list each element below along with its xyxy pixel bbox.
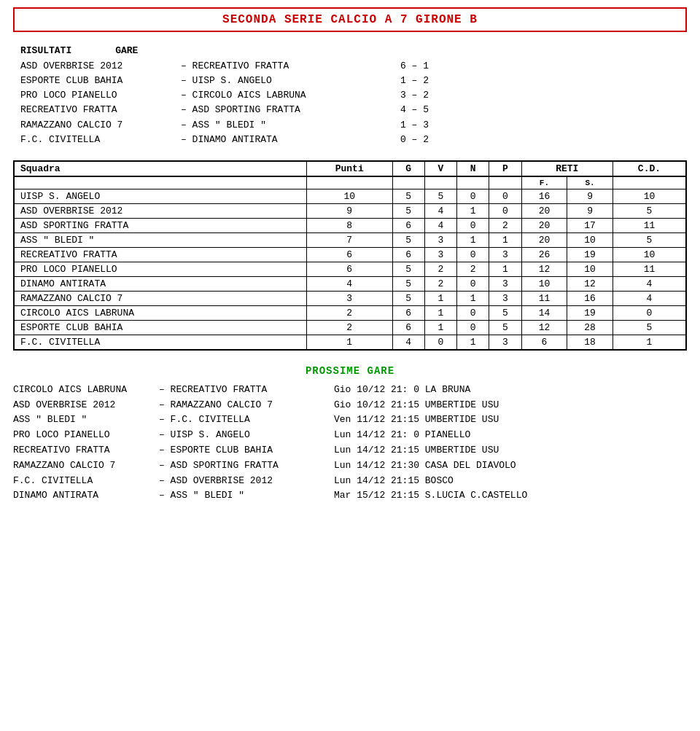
prossime-row: ASS " BLEDI "– F.C. CIVITELLAVen 11/12 2…	[13, 413, 687, 428]
n: 1	[457, 291, 489, 305]
team1: RECREATIVO FRATTA	[20, 103, 181, 117]
g: 5	[392, 262, 424, 276]
score: 6 – 1	[370, 59, 429, 74]
g: 5	[392, 189, 424, 203]
risultati-row: ESPORTE CLUB BAHIA– UISP S. ANGELO1 – 2	[13, 74, 687, 88]
v: 2	[424, 262, 456, 276]
prossime-team1: DINAMO ANTIRATA	[13, 488, 159, 504]
p: 2	[489, 218, 521, 232]
prossime-team2: – ESPORTE CLUB BAHIA	[159, 443, 334, 458]
v: 0	[424, 335, 456, 350]
risultati-header: RISULTATI GARE	[13, 45, 687, 56]
table-row: ASD SPORTING FRATTA 8 6 4 0 2 20 17 11	[14, 218, 686, 232]
risultati-section: RISULTATI GARE ASD OVERBRISE 2012– RECRE…	[13, 45, 687, 147]
p: 0	[489, 189, 521, 203]
table-row: UISP S. ANGELO 10 5 5 0 0 16 9 10	[14, 189, 686, 203]
team1: RAMAZZANO CALCIO 7	[20, 118, 181, 133]
rf: 10	[521, 276, 567, 291]
prossime-team1: ASD OVERBRISE 2012	[13, 398, 159, 413]
table-row: DINAMO ANTIRATA 4 5 2 0 3 10 12 4	[14, 276, 686, 291]
rf: 20	[521, 203, 567, 218]
table-row: F.C. CIVITELLA 1 4 0 1 3 6 18 1	[14, 335, 686, 350]
v: 2	[424, 276, 456, 291]
rs: 12	[567, 276, 613, 291]
prossime-info: Ven 11/12 21:15 UMBERTIDE USU	[334, 413, 687, 428]
prossime-row: RECREATIVO FRATTA– ESPORTE CLUB BAHIALun…	[13, 443, 687, 458]
prossime-team2: – RAMAZZANO CALCIO 7	[159, 398, 334, 413]
team-name: F.C. CIVITELLA	[14, 335, 306, 350]
table-row: CIRCOLO AICS LABRUNA 2 6 1 0 5 14 19 0	[14, 305, 686, 320]
col-rf: F.	[521, 176, 567, 189]
team-name: RECREATIVO FRATTA	[14, 247, 306, 262]
team-name: PRO LOCO PIANELLO	[14, 262, 306, 276]
punti: 9	[306, 203, 392, 218]
rf: 6	[521, 335, 567, 350]
cd: 10	[612, 247, 686, 262]
g: 5	[392, 232, 424, 247]
prossime-info: Gio 10/12 21: 0 LA BRUNA	[334, 383, 687, 398]
risultati-row: F.C. CIVITELLA– DINAMO ANTIRATA0 – 2	[13, 133, 687, 147]
col-squadra: Squadra	[14, 161, 306, 176]
p: 3	[489, 335, 521, 350]
rf: 14	[521, 305, 567, 320]
team-name: RAMAZZANO CALCIO 7	[14, 291, 306, 305]
punti: 7	[306, 232, 392, 247]
team2: – ASS " BLEDI "	[181, 118, 370, 133]
team-name: DINAMO ANTIRATA	[14, 276, 306, 291]
team2: – DINAMO ANTIRATA	[181, 133, 370, 147]
col-v: V	[424, 161, 456, 176]
n: 0	[457, 305, 489, 320]
prossime-team2: – RECREATIVO FRATTA	[159, 383, 334, 398]
punti: 2	[306, 320, 392, 335]
cd: 5	[612, 232, 686, 247]
prossime-team1: RECREATIVO FRATTA	[13, 443, 159, 458]
table-row: ESPORTE CLUB BAHIA 2 6 1 0 5 12 28 5	[14, 320, 686, 335]
n: 0	[457, 218, 489, 232]
table-row: RECREATIVO FRATTA 6 6 3 0 3 26 19 10	[14, 247, 686, 262]
v: 1	[424, 291, 456, 305]
team-name: UISP S. ANGELO	[14, 189, 306, 203]
rf: 20	[521, 218, 567, 232]
team1: ESPORTE CLUB BAHIA	[20, 74, 181, 88]
n: 1	[457, 232, 489, 247]
rs: 10	[567, 262, 613, 276]
rs: 9	[567, 189, 613, 203]
rs: 17	[567, 218, 613, 232]
col-rs: S.	[567, 176, 613, 189]
g: 6	[392, 218, 424, 232]
punti: 3	[306, 291, 392, 305]
prossime-team2: – ASD SPORTING FRATTA	[159, 458, 334, 474]
cd: 4	[612, 291, 686, 305]
risultati-row: RAMAZZANO CALCIO 7– ASS " BLEDI "1 – 3	[13, 118, 687, 133]
rf: 12	[521, 262, 567, 276]
prossime-team2: – ASD OVERBRISE 2012	[159, 474, 334, 489]
col-punti: Punti	[306, 161, 392, 176]
prossime-rows: CIRCOLO AICS LABRUNA– RECREATIVO FRATTAG…	[13, 383, 687, 504]
rs: 19	[567, 247, 613, 262]
col-reti: RETI	[521, 161, 612, 176]
prossime-team1: ASS " BLEDI "	[13, 413, 159, 428]
score: 0 – 2	[370, 133, 429, 147]
cd: 4	[612, 276, 686, 291]
cd: 11	[612, 262, 686, 276]
punti: 10	[306, 189, 392, 203]
g: 5	[392, 291, 424, 305]
standings-header-row: Squadra Punti G V N P RETI C.D.	[14, 161, 686, 176]
gare-label: GARE	[115, 45, 138, 56]
table-row: RAMAZZANO CALCIO 7 3 5 1 1 3 11 16 4	[14, 291, 686, 305]
rs: 9	[567, 203, 613, 218]
col-cd: C.D.	[612, 161, 686, 176]
p: 1	[489, 262, 521, 276]
p: 5	[489, 305, 521, 320]
team1: ASD OVERBRISE 2012	[20, 59, 181, 74]
prossime-info: Mar 15/12 21:15 S.LUCIA C.CASTELLO	[334, 488, 687, 504]
g: 4	[392, 335, 424, 350]
n: 2	[457, 262, 489, 276]
prossime-title: PROSSIME GARE	[13, 365, 687, 377]
rs: 10	[567, 232, 613, 247]
team-name: ASD SPORTING FRATTA	[14, 218, 306, 232]
prossime-team2: – F.C. CIVITELLA	[159, 413, 334, 428]
page-title: SECONDA SERIE CALCIO A 7 GIRONE B	[13, 7, 687, 32]
cd: 10	[612, 189, 686, 203]
risultati-label: RISULTATI	[20, 45, 71, 56]
